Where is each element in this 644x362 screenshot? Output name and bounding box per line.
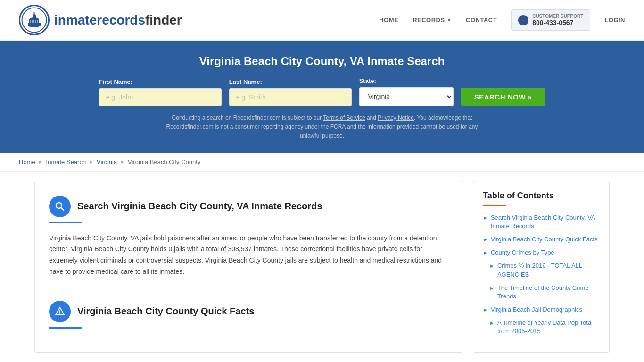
- svg-rect-8: [32, 20, 33, 23]
- nav-records[interactable]: RECORDS ▼: [413, 16, 452, 24]
- tos-link[interactable]: Terms of Service: [323, 115, 365, 121]
- toc-chevron-3: ►: [483, 249, 488, 256]
- first-name-group: First Name:: [99, 78, 222, 106]
- svg-rect-2: [28, 23, 41, 25]
- search-form: First Name: Last Name: State: Virginia A…: [19, 77, 625, 106]
- support-box: 📞 CUSTOMER SUPPORT 800-433-0567: [511, 9, 590, 31]
- breadcrumb-virginia[interactable]: Virginia: [97, 158, 117, 165]
- toc-link-6[interactable]: Virginia Beach Jail Demographics: [491, 305, 582, 314]
- section1-underline: [49, 222, 82, 223]
- state-select[interactable]: Virginia Alabama Alaska California: [359, 87, 454, 106]
- toc-link-3[interactable]: County Crimes by Type: [491, 248, 554, 257]
- section1-title: Search Virginia Beach City County, VA In…: [77, 201, 322, 212]
- breadcrumb-sep1: ►: [38, 159, 43, 165]
- content-area: Search Virginia Beach City County, VA In…: [34, 181, 463, 353]
- toc-item-1: ► Search Virginia Beach City County, VA …: [483, 214, 600, 230]
- toc-item-5: ► The Timeline of the County Crime Trend…: [489, 284, 600, 301]
- first-name-input[interactable]: [99, 88, 222, 106]
- toc-chevron-6: ►: [483, 306, 488, 313]
- logo-icon: [19, 5, 50, 35]
- toc-chevron-4: ►: [489, 263, 495, 270]
- svg-rect-11: [37, 20, 38, 23]
- section2-underline: [49, 327, 82, 329]
- first-name-label: First Name:: [99, 78, 222, 85]
- toc-item-4: ► Crimes % in 2016 - TOTAL ALL AGENCIES: [489, 262, 600, 279]
- breadcrumb: Home ► Inmate Search ► Virginia ► Virgin…: [0, 153, 644, 172]
- support-info: CUSTOMER SUPPORT 800-433-0567: [532, 14, 583, 26]
- section2-header: Virginia Beach City County Quick Facts: [49, 301, 449, 322]
- svg-point-15: [59, 313, 60, 314]
- logo-text: inmaterecordsfinder: [54, 13, 182, 28]
- sidebar: Table of Contents ► Search Virginia Beac…: [473, 181, 610, 353]
- site-header: inmaterecordsfinder HOME RECORDS ▼ CONTA…: [0, 0, 644, 41]
- toc-item-7: ► A Timeline of Yearly Data Pop Total fr…: [489, 319, 600, 336]
- svg-rect-14: [59, 310, 60, 313]
- toc-link-5[interactable]: The Timeline of the County Crime Trends: [497, 284, 600, 301]
- section2-title: Virginia Beach City County Quick Facts: [77, 306, 254, 317]
- svg-line-13: [61, 207, 64, 210]
- records-dropdown-icon: ▼: [447, 17, 452, 23]
- svg-rect-7: [30, 20, 31, 23]
- svg-rect-6: [34, 12, 35, 15]
- nav-login[interactable]: LOGIN: [604, 16, 625, 24]
- toc-link-7[interactable]: A Timeline of Yearly Data Pop Total from…: [497, 319, 600, 336]
- main-nav: HOME RECORDS ▼ CONTACT 📞 CUSTOMER SUPPOR…: [379, 9, 625, 31]
- breadcrumb-inmate-search[interactable]: Inmate Search: [46, 158, 86, 165]
- toc-item-2: ► Virginia Beach City County Quick Facts: [483, 235, 600, 244]
- phone-icon: 📞: [518, 15, 528, 25]
- breadcrumb-home[interactable]: Home: [19, 158, 35, 165]
- toc-chevron-2: ►: [483, 236, 488, 243]
- nav-contact[interactable]: CONTACT: [466, 16, 497, 24]
- state-label: State:: [359, 77, 454, 84]
- nav-home[interactable]: HOME: [379, 16, 398, 24]
- breadcrumb-sep2: ►: [89, 159, 94, 165]
- toc-link-2[interactable]: Virginia Beach City County Quick Facts: [491, 235, 598, 244]
- state-group: State: Virginia Alabama Alaska Californi…: [359, 77, 454, 106]
- toc-link-4[interactable]: Crimes % in 2016 - TOTAL ALL AGENCIES: [497, 262, 600, 279]
- toc-chevron-7: ►: [489, 320, 495, 327]
- banner-title: Virginia Beach City County, VA Inmate Se…: [19, 55, 625, 68]
- section1-header: Search Virginia Beach City County, VA In…: [49, 196, 449, 217]
- breadcrumb-sep3: ►: [120, 159, 125, 165]
- toc-chevron-5: ►: [489, 285, 495, 292]
- search-disclaimer: Conducting a search on Recordsfinder.com…: [19, 114, 625, 141]
- last-name-group: Last Name:: [229, 78, 352, 106]
- toc-underline: [483, 205, 506, 206]
- main-content: Search Virginia Beach City County, VA In…: [16, 172, 628, 362]
- section1-body: Virginia Beach City County, VA jails hol…: [49, 233, 449, 278]
- logo-area: inmaterecordsfinder: [19, 5, 182, 35]
- toc-title: Table of Contents: [483, 191, 600, 201]
- warning-section-icon: [49, 301, 71, 322]
- breadcrumb-current: Virginia Beach City County: [128, 158, 200, 165]
- svg-rect-10: [35, 20, 36, 23]
- last-name-input[interactable]: [229, 88, 352, 106]
- toc-item-6: ► Virginia Beach Jail Demographics: [483, 305, 600, 314]
- toc-link-1[interactable]: Search Virginia Beach City County, VA In…: [491, 214, 600, 230]
- privacy-link[interactable]: Privacy Notice: [378, 115, 414, 121]
- svg-rect-9: [33, 20, 34, 23]
- search-section-icon: [49, 196, 71, 217]
- search-banner: Virginia Beach City County, VA Inmate Se…: [0, 41, 644, 153]
- search-button[interactable]: SEARCH NOW »: [461, 88, 545, 106]
- last-name-label: Last Name:: [229, 78, 352, 85]
- svg-rect-5: [33, 14, 36, 19]
- toc-item-3: ► County Crimes by Type: [483, 248, 600, 257]
- section2: Virginia Beach City County Quick Facts: [49, 289, 449, 329]
- toc-chevron-1: ►: [483, 214, 488, 222]
